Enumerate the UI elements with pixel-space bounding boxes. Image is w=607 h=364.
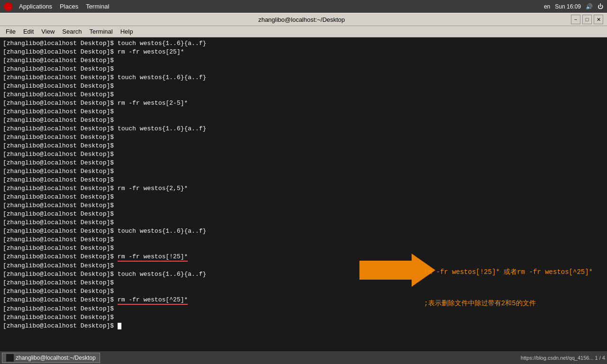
menu-file[interactable]: File <box>2 27 19 36</box>
terminal-line: [zhanglibo@localhost Desktop]$ <box>3 322 604 330</box>
terminal-line: [zhanglibo@localhost Desktop]$ <box>3 201 604 210</box>
prompt: [zhanglibo@localhost Desktop]$ <box>3 100 118 107</box>
prompt: [zhanglibo@localhost Desktop]$ <box>3 65 118 73</box>
terminal-line: [zhanglibo@localhost Desktop]$ <box>3 56 604 65</box>
taskbar-item[interactable]: zhanglibo@localhost:~/Desktop <box>2 353 100 363</box>
prompt: [zhanglibo@localhost Desktop]$ <box>3 159 118 166</box>
terminal-line: [zhanglibo@localhost Desktop]$ touch wes… <box>3 73 604 82</box>
system-bar-right: en Sun 16:09 🔊 ⏻ <box>544 3 603 10</box>
taskbar: zhanglibo@localhost:~/Desktop https://bl… <box>0 351 607 364</box>
terminal-line: [zhanglibo@localhost Desktop]$ rm -fr we… <box>3 99 604 108</box>
terminal-line: [zhanglibo@localhost Desktop]$ <box>3 65 604 73</box>
terminal-window: zhanglibo@localhost:~/Desktop − □ ✕ File… <box>0 13 607 364</box>
prompt: [zhanglibo@localhost Desktop]$ <box>3 228 118 235</box>
taskbar-right: https://blog.csdn.net/qq_4156... 1 / 4 <box>521 355 605 361</box>
taskbar-terminal-icon <box>6 354 14 362</box>
prompt: [zhanglibo@localhost Desktop]$ <box>3 176 118 183</box>
prompt: [zhanglibo@localhost Desktop]$ <box>3 57 118 64</box>
prompt: [zhanglibo@localhost Desktop]$ <box>3 168 118 175</box>
prompt: [zhanglibo@localhost Desktop]$ <box>3 236 118 243</box>
terminal-line: [zhanglibo@localhost Desktop]$ rm -fr we… <box>3 48 604 56</box>
prompt: [zhanglibo@localhost Desktop]$ <box>3 219 118 226</box>
terminal-line: [zhanglibo@localhost Desktop]$ <box>3 82 604 91</box>
taskbar-left: zhanglibo@localhost:~/Desktop <box>2 353 100 363</box>
prompt: [zhanglibo@localhost Desktop]$ <box>3 108 118 115</box>
system-bar-left: Applications Places Terminal <box>4 2 112 11</box>
prompt: [zhanglibo@localhost Desktop]$ <box>3 322 118 329</box>
command: rm -fr westos[!25]* <box>118 253 188 260</box>
annotation-line2: ;表示删除文件中除过带有2和5的文件 <box>424 300 535 307</box>
prompt: [zhanglibo@localhost Desktop]$ <box>3 82 118 90</box>
prompt: [zhanglibo@localhost Desktop]$ <box>3 262 118 269</box>
prompt: [zhanglibo@localhost Desktop]$ <box>3 74 118 81</box>
command: touch westos{1..6}{a..f} <box>118 125 206 132</box>
volume-icon[interactable]: 🔊 <box>586 3 593 10</box>
terminal-content[interactable]: [zhanglibo@localhost Desktop]$ touch wes… <box>0 37 607 364</box>
window-title: zhanglibo@localhost:~/Desktop <box>32 16 571 23</box>
terminal-line: [zhanglibo@localhost Desktop]$ <box>3 236 604 244</box>
menu-search[interactable]: Search <box>58 27 85 36</box>
prompt: [zhanglibo@localhost Desktop]$ <box>3 91 118 98</box>
menu-view[interactable]: View <box>37 27 58 36</box>
prompt: [zhanglibo@localhost Desktop]$ <box>3 296 118 303</box>
terminal-line: [zhanglibo@localhost Desktop]$ touch wes… <box>3 125 604 133</box>
prompt: [zhanglibo@localhost Desktop]$ <box>3 117 118 124</box>
minimize-button[interactable]: − <box>571 15 580 24</box>
prompt: [zhanglibo@localhost Desktop]$ <box>3 305 118 312</box>
menu-terminal[interactable]: Terminal <box>86 27 117 36</box>
underlined-command: rm -fr westos[^25]* <box>118 296 188 305</box>
places-menu[interactable]: Places <box>57 2 81 11</box>
prompt: [zhanglibo@localhost Desktop]$ <box>3 40 118 47</box>
maximize-button[interactable]: □ <box>582 15 592 24</box>
prompt: [zhanglibo@localhost Desktop]$ <box>3 253 118 260</box>
prompt: [zhanglibo@localhost Desktop]$ <box>3 193 118 200</box>
prompt: [zhanglibo@localhost Desktop]$ <box>3 142 118 149</box>
terminal-line: [zhanglibo@localhost Desktop]$ <box>3 176 604 184</box>
close-button[interactable]: ✕ <box>594 15 603 24</box>
title-bar: zhanglibo@localhost:~/Desktop − □ ✕ <box>0 13 607 26</box>
command: touch westos{1..6}{a..f} <box>118 74 206 81</box>
command: touch westos{1..6}{a..f} <box>118 271 206 278</box>
prompt: [zhanglibo@localhost Desktop]$ <box>3 202 118 209</box>
taskbar-item-label: zhanglibo@localhost:~/Desktop <box>16 355 96 361</box>
prompt: [zhanglibo@localhost Desktop]$ <box>3 314 118 321</box>
annotation-line1: rm -fr westos[!25]* 或者rm -fr westos[^25]… <box>424 268 593 276</box>
terminal-line: [zhanglibo@localhost Desktop]$ <box>3 142 604 150</box>
terminal-line: [zhanglibo@localhost Desktop]$ <box>3 159 604 167</box>
menu-help[interactable]: Help <box>117 27 137 36</box>
terminal-line: [zhanglibo@localhost Desktop]$ <box>3 150 604 159</box>
prompt: [zhanglibo@localhost Desktop]$ <box>3 288 118 295</box>
terminal-line: [zhanglibo@localhost Desktop]$ <box>3 108 604 116</box>
terminal-line: [zhanglibo@localhost Desktop]$ touch wes… <box>3 227 604 236</box>
prompt: [zhanglibo@localhost Desktop]$ <box>3 151 118 158</box>
prompt: [zhanglibo@localhost Desktop]$ <box>3 271 118 278</box>
prompt: [zhanglibo@localhost Desktop]$ <box>3 245 118 252</box>
terminal-menu[interactable]: Terminal <box>83 2 112 11</box>
terminal-line: [zhanglibo@localhost Desktop]$ <box>3 210 604 218</box>
cursor <box>118 323 121 329</box>
command: rm -fr westos[2-5]* <box>118 100 188 107</box>
command: rm -fr westos[25]* <box>118 48 184 55</box>
terminal-line: [zhanglibo@localhost Desktop]$ <box>3 133 604 142</box>
terminal-line: [zhanglibo@localhost Desktop]$ <box>3 91 604 99</box>
underlined-command: rm -fr westos[!25]* <box>118 253 188 262</box>
system-bar: Applications Places Terminal en Sun 16:0… <box>0 0 607 13</box>
command: rm -fr westos[^25]* <box>118 296 188 303</box>
terminal-line: [zhanglibo@localhost Desktop]$ rm -fr we… <box>3 184 604 193</box>
power-icon[interactable]: ⏻ <box>598 3 603 10</box>
prompt: [zhanglibo@localhost Desktop]$ <box>3 185 118 192</box>
terminal-line: [zhanglibo@localhost Desktop]$ <box>3 167 604 176</box>
terminal-line: [zhanglibo@localhost Desktop]$ <box>3 193 604 201</box>
clock: Sun 16:09 <box>555 3 581 10</box>
window-controls: − □ ✕ <box>571 15 603 24</box>
terminal-line: [zhanglibo@localhost Desktop]$ <box>3 218 604 227</box>
applications-menu[interactable]: Applications <box>16 2 55 11</box>
prompt: [zhanglibo@localhost Desktop]$ <box>3 134 118 141</box>
terminal-line: [zhanglibo@localhost Desktop]$ <box>3 244 604 253</box>
command: touch westos{1..6}{a..f} <box>118 228 206 235</box>
prompt: [zhanglibo@localhost Desktop]$ <box>3 210 118 218</box>
annotation-text: rm -fr westos[!25]* 或者rm -fr westos[^25]… <box>400 256 593 319</box>
menu-edit[interactable]: Edit <box>19 27 37 36</box>
prompt: [zhanglibo@localhost Desktop]$ <box>3 48 118 55</box>
command: rm -fr westos{2,5}* <box>118 185 188 192</box>
